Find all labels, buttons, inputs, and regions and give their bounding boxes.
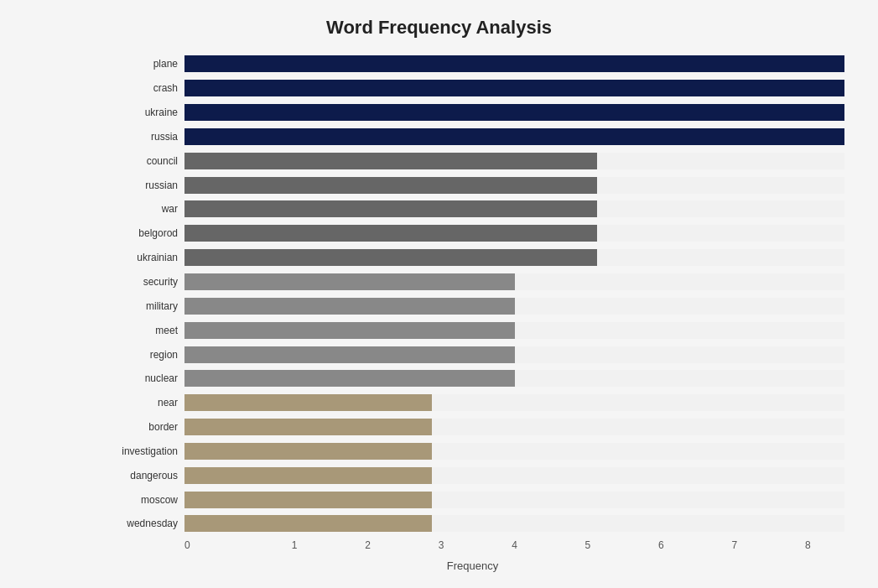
bar-track — [184, 153, 844, 169]
bar-fill — [184, 443, 432, 460]
bar-track — [184, 492, 844, 508]
bar-row: plane — [101, 52, 844, 76]
bar-label: region — [101, 349, 184, 361]
x-tick: 7 — [698, 539, 771, 556]
bar-label: investigation — [101, 445, 184, 457]
bar-row: investigation — [101, 440, 844, 464]
bar-fill — [184, 200, 597, 217]
bar-label: belgorod — [101, 227, 184, 239]
bar-label: nuclear — [101, 372, 184, 384]
bar-track — [184, 55, 844, 72]
bar-fill — [184, 322, 515, 339]
x-tick: 4 — [478, 539, 551, 556]
bar-label: war — [101, 203, 184, 215]
bar-label: moscow — [101, 494, 184, 506]
bar-label: ukraine — [101, 107, 184, 118]
bar-track — [184, 346, 844, 363]
bar-track — [184, 200, 844, 217]
bar-track — [184, 273, 844, 290]
bar-label: border — [101, 421, 184, 433]
bar-label: council — [101, 155, 184, 167]
bar-row: belgorod — [101, 221, 844, 246]
bar-label: dangerous — [101, 470, 184, 481]
bar-row: crash — [101, 76, 844, 101]
bar-label: crash — [101, 82, 184, 94]
x-tick: 6 — [625, 539, 698, 556]
bar-row: war — [101, 197, 844, 221]
bar-track — [184, 177, 844, 194]
bar-label: meet — [101, 325, 184, 336]
bar-track — [184, 467, 844, 484]
bar-fill — [184, 298, 515, 315]
bar-row: military — [101, 294, 844, 318]
bar-fill — [184, 467, 432, 484]
bar-row: moscow — [101, 487, 844, 512]
bar-fill — [184, 419, 432, 435]
bar-label: near — [101, 397, 184, 408]
bar-row: near — [101, 391, 844, 415]
bar-row: ukrainian — [101, 246, 844, 270]
bar-fill — [184, 80, 844, 96]
chart-title: Word Frequency Analysis — [34, 17, 844, 39]
bar-row: region — [101, 342, 844, 367]
x-tick: 8 — [771, 539, 844, 556]
x-tick: 2 — [331, 539, 404, 556]
bar-fill — [184, 273, 515, 290]
bar-fill — [184, 515, 432, 532]
bar-fill — [184, 370, 515, 387]
bar-track — [184, 419, 844, 435]
bar-row: russian — [101, 173, 844, 197]
bar-label: military — [101, 300, 184, 312]
bar-row: council — [101, 148, 844, 173]
bar-track — [184, 322, 844, 339]
bar-fill — [184, 225, 597, 242]
bar-row: border — [101, 415, 844, 440]
bar-track — [184, 443, 844, 460]
bar-track — [184, 515, 844, 532]
bar-track — [184, 225, 844, 242]
chart-container: Word Frequency Analysis planecrashukrain… — [0, 0, 878, 588]
bar-track — [184, 80, 844, 96]
bar-label: plane — [101, 58, 184, 70]
x-tick: 5 — [551, 539, 624, 556]
bar-label: security — [101, 276, 184, 288]
bar-label: russia — [101, 131, 184, 143]
bar-track — [184, 298, 844, 315]
bar-fill — [184, 128, 844, 145]
bar-row: meet — [101, 318, 844, 342]
bar-track — [184, 249, 844, 266]
bar-track — [184, 128, 844, 145]
bar-fill — [184, 492, 432, 508]
bar-track — [184, 394, 844, 411]
bar-fill — [184, 394, 432, 411]
x-axis-label: Frequency — [101, 559, 844, 572]
bar-label: wednesday — [101, 518, 184, 529]
bar-row: dangerous — [101, 463, 844, 487]
bar-fill — [184, 346, 515, 363]
x-tick: 3 — [404, 539, 477, 556]
bar-row: nuclear — [101, 367, 844, 391]
bar-fill — [184, 55, 844, 72]
bar-fill — [184, 153, 597, 169]
bar-fill — [184, 249, 597, 266]
bar-label: russian — [101, 180, 184, 191]
bar-fill — [184, 104, 844, 121]
x-tick: 1 — [257, 539, 330, 556]
bar-row: wednesday — [101, 512, 844, 536]
bar-label: ukrainian — [101, 252, 184, 263]
x-tick: 0 — [184, 539, 257, 556]
bar-row: russia — [101, 125, 844, 149]
bar-track — [184, 104, 844, 121]
bar-fill — [184, 177, 597, 194]
plot-area: planecrashukrainerussiacouncilrussianwar… — [101, 52, 844, 536]
bar-track — [184, 370, 844, 387]
bar-row: security — [101, 270, 844, 294]
bar-row: ukraine — [101, 101, 844, 125]
